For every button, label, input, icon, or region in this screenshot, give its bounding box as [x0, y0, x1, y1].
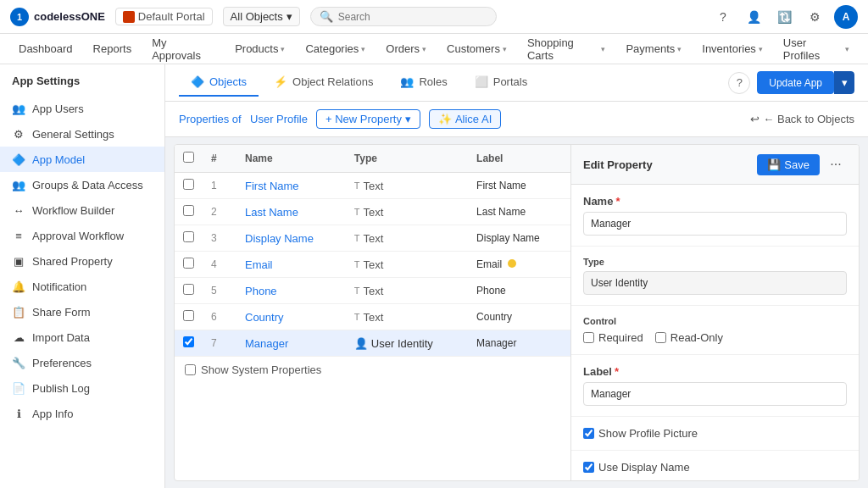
edit-profile-section: Show Profile Picture	[571, 417, 859, 451]
label-field-input[interactable]	[583, 382, 847, 406]
row-checkbox-1[interactable]	[183, 179, 194, 190]
all-objects-button[interactable]: All Objects ▾	[223, 7, 300, 26]
use-display-name-checkbox-input[interactable]	[583, 462, 594, 473]
show-system-props-checkbox[interactable]	[185, 364, 196, 375]
sidebar-label-workflow-builder: Workflow Builder	[32, 204, 114, 217]
show-profile-checkbox-input[interactable]	[583, 428, 594, 439]
tab-objects[interactable]: 🔷 Objects	[179, 69, 259, 97]
tab-object-relations[interactable]: ⚡ Object Relations	[262, 69, 385, 97]
back-to-objects-button[interactable]: ↩ ← Back to Objects	[750, 113, 854, 125]
use-display-name-checkbox[interactable]: Use Display Name	[583, 461, 847, 474]
tab-portals[interactable]: ⬜ Portals	[463, 69, 539, 97]
nav-approvals[interactable]: My Approvals	[143, 31, 223, 67]
select-all-checkbox[interactable]	[183, 152, 194, 163]
sidebar-title: App Settings	[0, 75, 164, 96]
sidebar-item-shared-property[interactable]: ▣ Shared Property	[0, 248, 164, 274]
new-property-button[interactable]: + New Property ▾	[316, 109, 420, 129]
required-checkbox-input[interactable]	[583, 332, 594, 343]
avatar[interactable]: A	[834, 5, 858, 29]
sidebar-item-share-form[interactable]: 📋 Share Form	[0, 299, 164, 324]
table-row[interactable]: 1 First Name TText First Name	[175, 173, 570, 199]
sidebar-item-preferences[interactable]: 🔧 Preferences	[0, 350, 164, 375]
tab-portals-label: Portals	[493, 75, 527, 88]
row-name-6[interactable]: Country	[245, 311, 284, 324]
row-num-7: 7	[203, 330, 236, 357]
sidebar-item-notification[interactable]: 🔔 Notification	[0, 274, 164, 299]
row-label-6: Country	[468, 304, 570, 330]
search-input[interactable]	[338, 11, 487, 23]
row-name-7[interactable]: Manager	[245, 337, 288, 350]
refresh-icon[interactable]: 🔃	[773, 6, 795, 28]
portal-badge[interactable]: Default Portal	[115, 8, 213, 25]
nav-products[interactable]: Products ▾	[226, 37, 293, 60]
name-field-input[interactable]	[583, 212, 847, 236]
table-row[interactable]: 3 Display Name TText Display Name	[175, 225, 570, 252]
nav-shopping-carts[interactable]: Shopping Carts ▾	[519, 31, 615, 67]
sidebar-label-app-users: App Users	[32, 103, 84, 115]
nav-user-profiles[interactable]: User Profiles ▾	[775, 31, 858, 67]
sidebar-item-app-users[interactable]: 👥 App Users	[0, 96, 164, 121]
col-number: #	[203, 145, 236, 173]
alice-ai-button[interactable]: ✨ Alice AI	[429, 109, 501, 129]
table-edit-wrapper: # Name Type Label 1 First Name TText Fi	[174, 144, 860, 481]
tab-roles-label: Roles	[419, 75, 447, 88]
nav-categories[interactable]: Categories ▾	[297, 37, 374, 60]
table-row[interactable]: 2 Last Name TText Last Name	[175, 199, 570, 225]
row-checkbox-5[interactable]	[183, 284, 194, 295]
tab-help-icon[interactable]: ?	[728, 72, 750, 94]
sidebar-item-general-settings[interactable]: ⚙ General Settings	[0, 121, 164, 147]
row-checkbox-2[interactable]	[183, 205, 194, 216]
nav-inventories[interactable]: Inventories ▾	[693, 37, 771, 60]
edit-type-section: Type	[571, 247, 859, 306]
portals-icon: ⬜	[475, 75, 488, 88]
nav-orders[interactable]: Orders ▾	[377, 37, 435, 60]
app-model-icon: 🔷	[12, 152, 25, 166]
table-row[interactable]: 4 Email TText Email	[175, 252, 570, 278]
row-checkbox-6[interactable]	[183, 310, 194, 321]
sidebar-item-import-data[interactable]: ☁ Import Data	[0, 324, 164, 350]
help-icon[interactable]: ?	[712, 6, 734, 28]
row-name-3[interactable]: Display Name	[245, 232, 314, 245]
nav-reports[interactable]: Reports	[85, 37, 141, 60]
search-bar[interactable]: 🔍	[310, 7, 497, 26]
more-options-button[interactable]: ···	[825, 153, 847, 175]
table-row-selected[interactable]: 7 Manager 👤 User Identity Manager	[175, 330, 570, 357]
nav-customers[interactable]: Customers ▾	[438, 37, 515, 60]
row-name-1[interactable]: First Name	[245, 180, 299, 192]
required-checkbox[interactable]: Required	[583, 331, 643, 344]
portal-label: Default Portal	[138, 10, 205, 23]
shared-property-icon: ▣	[12, 254, 25, 268]
sidebar-item-app-info[interactable]: ℹ App Info	[0, 401, 164, 426]
table-row[interactable]: 6 Country TText Country	[175, 304, 570, 330]
edit-panel: Edit Property 💾 Save ··· Name * Type	[570, 145, 859, 480]
nav-dashboard[interactable]: Dashboard	[10, 37, 81, 60]
sidebar-item-app-model[interactable]: 🔷 App Model	[0, 147, 164, 172]
settings-icon[interactable]: ⚙	[804, 6, 826, 28]
sidebar-item-groups[interactable]: 👥 Groups & Data Access	[0, 172, 164, 197]
update-app-dropdown[interactable]: ▾	[834, 71, 854, 94]
sidebar-item-approval-workflow[interactable]: ≡ Approval Workflow	[0, 223, 164, 248]
readonly-checkbox[interactable]: Read-Only	[655, 331, 723, 344]
save-button[interactable]: 💾 Save	[757, 154, 820, 175]
logo-icon: 1	[10, 8, 29, 26]
tab-object-relations-label: Object Relations	[292, 75, 373, 88]
readonly-checkbox-input[interactable]	[655, 332, 666, 343]
row-num-2: 2	[203, 199, 236, 225]
row-checkbox-7[interactable]	[183, 336, 194, 347]
row-checkbox-4[interactable]	[183, 258, 194, 269]
show-system-properties-row[interactable]: Show System Properties	[175, 357, 570, 383]
row-name-4[interactable]: Email	[245, 258, 273, 271]
row-label-4: Email	[468, 252, 570, 278]
label-required-star: *	[615, 365, 619, 378]
row-name-5[interactable]: Phone	[245, 285, 277, 297]
nav-payments[interactable]: Payments ▾	[617, 37, 690, 60]
users-icon[interactable]: 👤	[743, 6, 765, 28]
show-profile-checkbox[interactable]: Show Profile Picture	[583, 427, 847, 440]
table-row[interactable]: 5 Phone TText Phone	[175, 278, 570, 304]
sidebar-item-publish-log[interactable]: 📄 Publish Log	[0, 375, 164, 401]
row-name-2[interactable]: Last Name	[245, 206, 298, 219]
sidebar-item-workflow-builder[interactable]: ↔ Workflow Builder	[0, 197, 164, 223]
tab-roles[interactable]: 👥 Roles	[388, 69, 459, 97]
update-app-button[interactable]: Update App	[757, 71, 834, 94]
row-checkbox-3[interactable]	[183, 231, 194, 242]
